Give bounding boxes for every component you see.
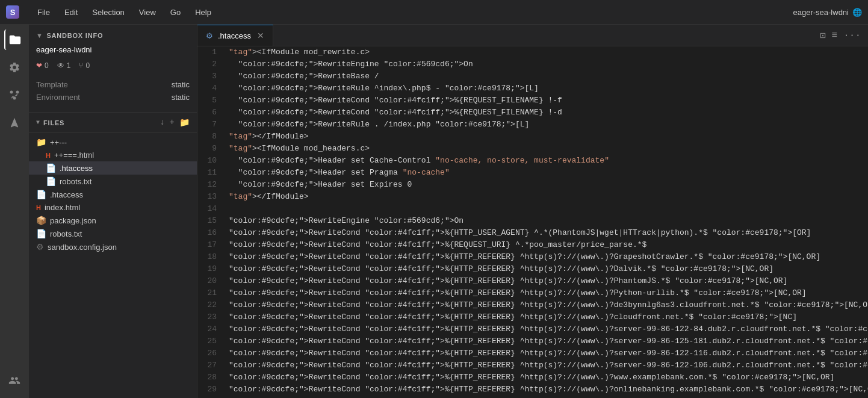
menu-file[interactable]: File	[31, 5, 56, 19]
split-editor-icon[interactable]: ⊡	[820, 30, 826, 42]
environment-row: Environment static	[36, 91, 190, 104]
line-content: "color:#9cdcfe;">RewriteCond "color:#4fc…	[226, 263, 868, 275]
code-line: 17"color:#9cdcfe;">RewriteCond "color:#4…	[197, 239, 868, 251]
code-line: 25"color:#9cdcfe;">RewriteCond "color:#4…	[197, 335, 868, 347]
line-number: 16	[197, 227, 226, 239]
line-content: "tag"><IfModule mod_rewrite.c>	[226, 46, 868, 58]
menu-go[interactable]: Go	[164, 5, 187, 19]
code-editor[interactable]: 1"tag"><IfModule mod_rewrite.c>2 "color:…	[197, 46, 868, 398]
sidebar: ▼ Sandbox Info eager-sea-lwdni ❤ 0 👁 1 ⑂…	[29, 25, 197, 398]
views-count: 1	[67, 61, 71, 70]
code-line: 11 "color:#9cdcfe;">Header set Pragma "n…	[197, 167, 868, 179]
line-content: "color:#9cdcfe;">RewriteRule . /index.ph…	[226, 119, 868, 131]
line-number: 5	[197, 95, 226, 107]
file-name: ++===.html	[54, 151, 94, 160]
file-htaccess-inner[interactable]: 📄 .htaccess	[29, 161, 197, 175]
more-actions-icon[interactable]: ···	[843, 30, 861, 41]
hearts-count: 0	[45, 61, 49, 70]
file-robots-inner[interactable]: 📄 robots.txt	[29, 175, 197, 188]
files-header: ▼ Files ↓ + 📁	[29, 113, 197, 133]
line-number: 15	[197, 215, 226, 227]
code-line: 22"color:#9cdcfe;">RewriteCond "color:#4…	[197, 299, 868, 311]
code-line: 27"color:#9cdcfe;">RewriteCond "color:#4…	[197, 359, 868, 372]
app-title: eager-sea-lwdni	[793, 8, 849, 17]
line-number: 27	[197, 359, 226, 372]
line-number: 20	[197, 275, 226, 287]
file-index-html[interactable]: H index.html	[29, 201, 197, 214]
code-line: 8"tag"></IfModule>	[197, 131, 868, 143]
titlebar: S File Edit Selection View Go Help eager…	[0, 0, 868, 25]
line-number: 4	[197, 82, 226, 95]
file-htaccess-root[interactable]: 📄 .htaccess	[29, 188, 197, 201]
line-number: 1	[197, 46, 226, 58]
code-line: 24"color:#9cdcfe;">RewriteCond "color:#4…	[197, 323, 868, 335]
tab-bar: ⚙ .htaccess ✕ ⊡ ≡ ···	[197, 25, 868, 46]
sandbox-info-section: ▼ Sandbox Info eager-sea-lwdni ❤ 0 👁 1 ⑂…	[29, 25, 197, 113]
git-activity-icon[interactable]	[4, 85, 25, 105]
line-content: "color:#9cdcfe;">Header set Cache-Contro…	[226, 155, 868, 167]
app-logo: S	[6, 5, 19, 19]
new-folder-icon[interactable]: 📁	[179, 117, 190, 128]
forks-count: 0	[85, 61, 90, 70]
tab-close-button[interactable]: ✕	[257, 31, 264, 40]
menu-selection[interactable]: Selection	[86, 5, 130, 19]
file-tree: 📁 ++--- H ++===.html 📄 .htaccess 📄 robot…	[29, 133, 197, 398]
explorer-activity-icon[interactable]	[4, 30, 25, 50]
sandbox-info-header[interactable]: ▼ Sandbox Info	[36, 30, 190, 42]
line-content: "color:#9cdcfe;">RewriteCond "color:#4fc…	[226, 107, 868, 119]
tab-filename: .htaccess	[218, 31, 251, 40]
line-number: 18	[197, 251, 226, 263]
deploy-activity-icon[interactable]	[4, 113, 25, 133]
file-package-json[interactable]: 📦 package.json	[29, 214, 197, 227]
menu-edit[interactable]: Edit	[58, 5, 84, 19]
chevron-down-icon: ▼	[36, 32, 43, 39]
folder-name: ++---	[50, 138, 67, 147]
code-line: 5 "color:#9cdcfe;">RewriteCond "color:#4…	[197, 95, 868, 107]
line-number: 22	[197, 299, 226, 311]
file-name: .htaccess	[60, 164, 93, 173]
line-content: "color:#9cdcfe;">RewriteCond "color:#4fc…	[226, 227, 868, 239]
line-content: "color:#9cdcfe;">RewriteCond "color:#4fc…	[226, 335, 868, 347]
folder-plusplus[interactable]: 📁 ++---	[29, 135, 197, 149]
breadcrumb-icon[interactable]: ≡	[832, 30, 838, 41]
robots-txt-icon: 📄	[36, 229, 46, 238]
sandbox-stats: ❤ 0 👁 1 ⑂ 0	[36, 59, 190, 75]
code-line: 23"color:#9cdcfe;">RewriteCond "color:#4…	[197, 311, 868, 323]
file-name: robots.txt	[50, 229, 82, 238]
code-line: 9"tag"><IfModule mod_headers.c>	[197, 143, 868, 155]
eye-icon: 👁	[57, 61, 64, 70]
line-number: 23	[197, 311, 226, 323]
file-name: robots.txt	[60, 177, 91, 186]
tab-htaccess[interactable]: ⚙ .htaccess ✕	[197, 25, 273, 46]
line-number: 25	[197, 335, 226, 347]
code-line: 19"color:#9cdcfe;">RewriteCond "color:#4…	[197, 263, 868, 275]
users-activity-icon[interactable]	[4, 370, 25, 391]
settings-activity-icon[interactable]	[4, 57, 25, 78]
sort-icon[interactable]: ↓	[160, 117, 164, 128]
menu-help[interactable]: Help	[189, 5, 217, 19]
line-number: 11	[197, 167, 226, 179]
sandbox-info-label: Sandbox Info	[46, 32, 103, 39]
code-line: 26"color:#9cdcfe;">RewriteCond "color:#4…	[197, 347, 868, 359]
activity-bar	[0, 25, 29, 398]
editor-area: ⚙ .htaccess ✕ ⊡ ≡ ··· 1"tag"><IfModule m…	[197, 25, 868, 398]
stat-forks: ⑂ 0	[79, 61, 90, 70]
new-file-icon[interactable]: +	[170, 117, 175, 128]
line-content: "tag"><IfModule mod_headers.c>	[226, 143, 868, 155]
line-number: 6	[197, 107, 226, 119]
file-pluseq-html[interactable]: H ++===.html	[29, 149, 197, 161]
line-content: "color:#9cdcfe;">RewriteRule ^index\.php…	[226, 82, 868, 95]
line-number: 7	[197, 119, 226, 131]
code-line: 21"color:#9cdcfe;">RewriteCond "color:#4…	[197, 287, 868, 299]
file-sandbox-config[interactable]: ⚙ sandbox.config.json	[29, 240, 197, 253]
line-content: "color:#9cdcfe;">RewriteEngine "color:#5…	[226, 215, 868, 227]
svg-point-2	[16, 91, 19, 94]
line-content: "color:#9cdcfe;">RewriteCond "color:#4fc…	[226, 275, 868, 287]
line-content: "color:#9cdcfe;">RewriteCond "color:#4fc…	[226, 239, 868, 251]
folder-expand-icon: 📁	[36, 137, 46, 147]
menu-view[interactable]: View	[133, 5, 162, 19]
line-content: "color:#9cdcfe;">RewriteCond "color:#4fc…	[226, 384, 868, 396]
line-number: 12	[197, 179, 226, 191]
code-line: 1"tag"><IfModule mod_rewrite.c>	[197, 46, 868, 58]
file-robots-root[interactable]: 📄 robots.txt	[29, 227, 197, 240]
